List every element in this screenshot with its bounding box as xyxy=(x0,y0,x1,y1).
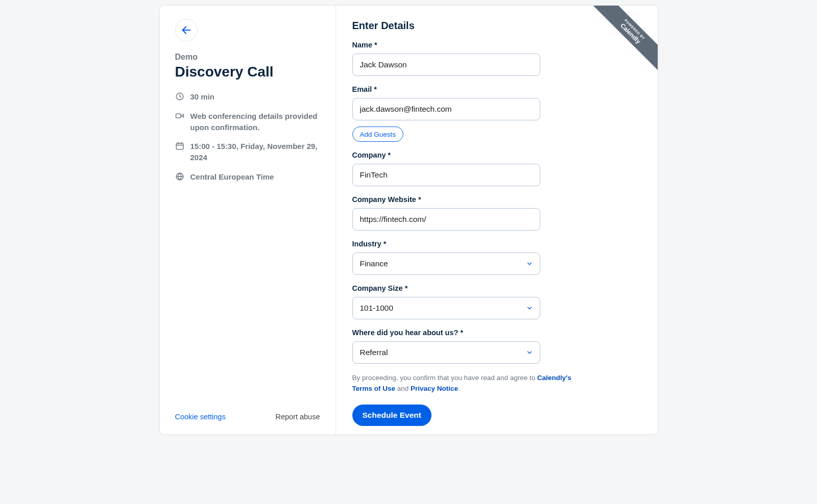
meta-timezone: Central European Time xyxy=(175,171,320,183)
timezone-text: Central European Time xyxy=(190,171,274,183)
size-label: Company Size * xyxy=(352,284,640,292)
legal-text: By proceeding, you confirm that you have… xyxy=(352,373,582,394)
source-select[interactable] xyxy=(352,341,540,364)
arrow-left-icon xyxy=(181,24,192,36)
field-company-size: Company Size * xyxy=(352,284,640,319)
industry-select[interactable] xyxy=(352,253,540,275)
datetime-text: 15:00 - 15:30, Friday, November 29, 2024 xyxy=(190,141,320,163)
event-meta: 30 min Web conferencing details provided… xyxy=(175,91,320,183)
organizer-name: Demo xyxy=(175,53,320,62)
email-input[interactable] xyxy=(352,98,540,120)
summary-panel: Demo Discovery Call 30 min Web conferenc… xyxy=(160,6,336,434)
size-select[interactable] xyxy=(352,297,540,319)
field-website: Company Website * xyxy=(352,195,640,231)
meta-location: Web conferencing details provided upon c… xyxy=(175,111,320,133)
name-label: Name * xyxy=(352,41,640,49)
source-label: Where did you hear about us? * xyxy=(352,329,640,337)
globe-icon xyxy=(175,172,184,181)
field-email: Email * Add Guests xyxy=(352,85,640,142)
legal-prefix: By proceeding, you confirm that you have… xyxy=(352,374,537,382)
form-heading: Enter Details xyxy=(352,20,640,32)
field-name: Name * xyxy=(352,41,640,76)
svg-marker-3 xyxy=(181,114,184,117)
schedule-event-button[interactable]: Schedule Event xyxy=(352,405,431,426)
svg-rect-2 xyxy=(176,114,181,118)
website-label: Company Website * xyxy=(352,195,640,204)
company-label: Company * xyxy=(352,151,640,159)
back-button[interactable] xyxy=(175,19,198,41)
field-industry: Industry * xyxy=(352,240,640,275)
cookie-settings-link[interactable]: Cookie settings xyxy=(175,413,226,421)
report-abuse-link[interactable]: Report abuse xyxy=(275,413,320,421)
left-footer: Cookie settings Report abuse xyxy=(175,413,320,424)
clock-icon xyxy=(175,92,184,101)
email-label: Email * xyxy=(352,85,640,93)
field-company: Company * xyxy=(352,151,640,186)
legal-suffix: . xyxy=(458,385,460,392)
meta-datetime: 15:00 - 15:30, Friday, November 29, 2024 xyxy=(175,141,320,163)
svg-rect-4 xyxy=(176,143,183,149)
form-panel: Enter Details Name * Email * Add Guests … xyxy=(336,6,658,434)
location-text: Web conferencing details provided upon c… xyxy=(190,111,320,133)
meta-duration: 30 min xyxy=(175,91,320,103)
calendar-icon xyxy=(175,141,184,150)
event-title: Discovery Call xyxy=(175,64,320,80)
field-source: Where did you hear about us? * xyxy=(352,329,640,364)
booking-card: POWERED BY Calendly Demo Discovery Call … xyxy=(159,5,658,435)
industry-label: Industry * xyxy=(352,240,640,248)
company-input[interactable] xyxy=(352,164,540,186)
name-input[interactable] xyxy=(352,54,540,76)
add-guests-button[interactable]: Add Guests xyxy=(352,127,404,142)
duration-text: 30 min xyxy=(190,91,215,103)
privacy-link[interactable]: Privacy Notice xyxy=(411,385,458,392)
legal-and: and xyxy=(395,385,411,392)
video-icon xyxy=(175,111,184,120)
website-input[interactable] xyxy=(352,208,540,231)
